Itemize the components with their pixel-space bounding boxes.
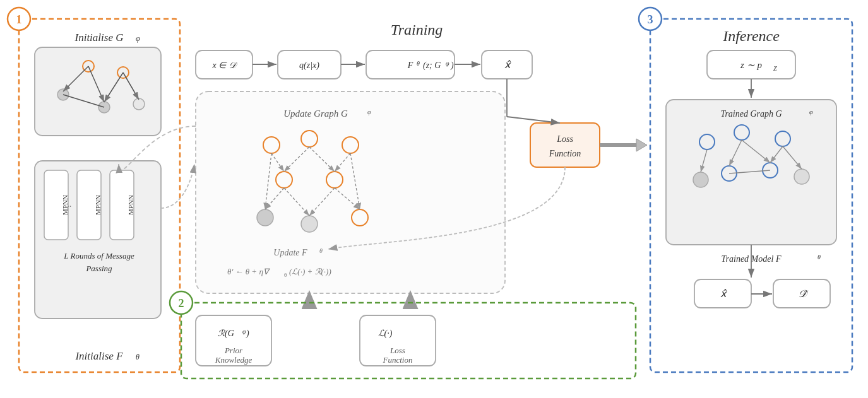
svg-line-16: [88, 66, 104, 102]
svg-text:Update Graph G: Update Graph G: [283, 108, 348, 119]
svg-text:Loss: Loss: [556, 134, 573, 144]
svg-text:θ′ ← θ + η∇: θ′ ← θ + η∇: [227, 267, 271, 276]
svg-text:θ: θ: [817, 254, 821, 260]
svg-text:Passing: Passing: [85, 264, 112, 273]
svg-line-74: [309, 188, 335, 216]
svg-text:Knowledge: Knowledge: [215, 355, 253, 365]
svg-point-58: [263, 137, 280, 153]
svg-line-72: [265, 188, 284, 209]
svg-point-63: [257, 209, 273, 226]
main-container: 1 Initialise G φ MPNN MPNN MPNN: [0, 0, 868, 398]
svg-point-10: [83, 61, 94, 72]
svg-point-108: [734, 125, 749, 140]
svg-line-19: [63, 95, 104, 107]
svg-point-61: [276, 172, 292, 188]
svg-text:Function: Function: [383, 355, 413, 365]
svg-line-73: [284, 188, 309, 216]
svg-text:q(z|x): q(z|x): [299, 61, 319, 71]
svg-rect-86: [196, 315, 271, 366]
svg-line-117: [770, 146, 783, 163]
svg-point-112: [693, 172, 708, 187]
svg-text:MPNN: MPNN: [127, 195, 134, 215]
svg-point-62: [326, 172, 343, 188]
svg-point-107: [699, 134, 715, 149]
svg-text:Loss: Loss: [389, 346, 405, 355]
svg-text:MPNN: MPNN: [94, 195, 102, 215]
svg-point-64: [301, 216, 318, 232]
svg-line-71: [350, 153, 360, 209]
svg-text:φ: φ: [136, 34, 140, 43]
svg-text:θ: θ: [284, 272, 287, 278]
svg-point-109: [775, 131, 790, 146]
svg-text:θ: θ: [136, 353, 140, 361]
svg-rect-4: [19, 19, 180, 372]
svg-point-14: [133, 98, 145, 110]
svg-text:Prior: Prior: [224, 346, 243, 355]
svg-text:φ: φ: [367, 108, 371, 115]
svg-rect-20: [35, 161, 161, 319]
svg-text:Z: Z: [773, 65, 777, 72]
svg-rect-37: [366, 50, 455, 79]
svg-rect-123: [694, 279, 751, 308]
svg-line-119: [729, 170, 770, 173]
svg-line-70: [335, 153, 350, 172]
svg-point-65: [352, 209, 368, 226]
svg-rect-48: [530, 123, 600, 167]
svg-text:φ: φ: [809, 108, 813, 115]
svg-line-114: [701, 149, 707, 172]
svg-line-115: [729, 140, 742, 166]
svg-point-12: [57, 89, 69, 100]
svg-text:θ: θ: [319, 247, 323, 254]
svg-point-11: [117, 67, 129, 78]
svg-text:z ∼ p: z ∼ p: [740, 60, 762, 70]
svg-text:···: ···: [65, 202, 72, 211]
svg-rect-25: [110, 170, 134, 240]
svg-text:Trained Graph G: Trained Graph G: [720, 109, 782, 119]
svg-text:): ): [450, 61, 454, 71]
svg-text:Initialise F: Initialise F: [74, 350, 123, 362]
svg-text:Function: Function: [549, 149, 581, 158]
svg-rect-35: [278, 50, 341, 79]
svg-text:(ℒ(·) + ℛ(·)): (ℒ(·) + ℛ(·)): [289, 267, 331, 276]
svg-line-17: [104, 73, 123, 102]
svg-rect-92: [360, 315, 436, 366]
svg-rect-104: [666, 100, 836, 245]
svg-text:ℛ(G: ℛ(G: [218, 329, 234, 339]
svg-text:θ: θ: [417, 60, 420, 67]
svg-point-110: [722, 166, 737, 181]
svg-text:Trained Model F: Trained Model F: [722, 254, 782, 264]
svg-point-113: [794, 169, 809, 184]
svg-text:x̂: x̂: [504, 59, 511, 70]
svg-point-59: [301, 131, 318, 147]
svg-point-5: [8, 8, 30, 30]
svg-text:φ: φ: [446, 60, 449, 67]
svg-text:φ: φ: [242, 328, 246, 335]
svg-text:(z; G: (z; G: [423, 61, 441, 71]
svg-rect-55: [196, 91, 505, 293]
svg-line-118: [783, 146, 802, 169]
svg-line-68: [284, 147, 309, 172]
svg-text:3: 3: [648, 13, 653, 26]
svg-text:Training: Training: [391, 21, 443, 38]
diagram-svg: 1 Initialise G φ MPNN MPNN MPNN: [0, 0, 868, 398]
svg-line-15: [63, 66, 88, 91]
svg-text:x̂: x̂: [720, 288, 727, 299]
svg-marker-54: [636, 139, 647, 151]
svg-rect-21: [44, 170, 68, 240]
svg-text:𝒟̂: 𝒟̂: [798, 288, 809, 299]
svg-text:Inference: Inference: [722, 28, 780, 44]
svg-text:Initialise G: Initialise G: [74, 32, 124, 44]
svg-text:x ∈ 𝒟: x ∈ 𝒟: [211, 61, 237, 70]
svg-line-18: [123, 73, 139, 100]
svg-point-111: [763, 163, 778, 178]
svg-line-67: [271, 153, 284, 172]
svg-rect-96: [650, 19, 852, 372]
svg-line-75: [335, 188, 360, 209]
svg-point-13: [98, 102, 110, 113]
svg-rect-125: [773, 279, 830, 308]
svg-line-52: [507, 117, 560, 123]
svg-text:ℒ(·): ℒ(·): [378, 329, 393, 339]
svg-text:1: 1: [16, 13, 22, 26]
svg-text:MPNN: MPNN: [61, 195, 69, 215]
svg-point-84: [170, 291, 193, 314]
